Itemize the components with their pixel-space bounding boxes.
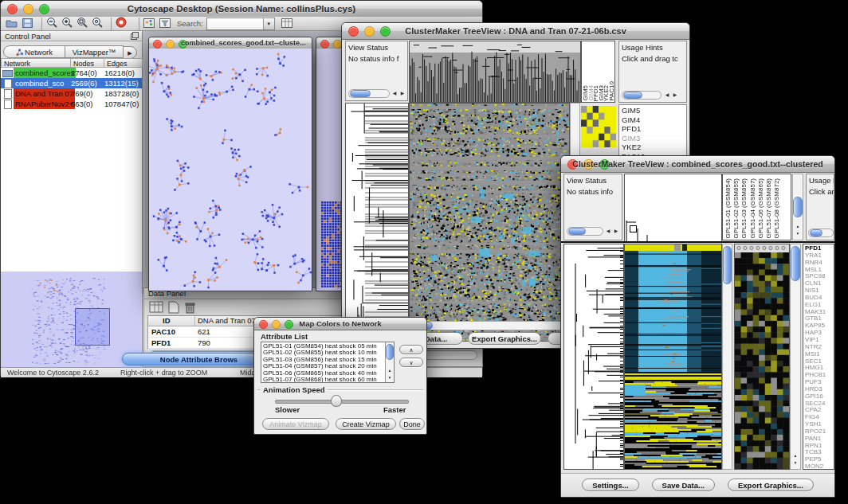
tv2-button[interactable]: Export Graphics... (728, 479, 814, 491)
network-list-row[interactable]: RNAPuberNov2+563(0)107847(0) (1, 99, 142, 109)
scroll-up-icon[interactable]: ▲ (791, 453, 799, 459)
help-lifesaver-icon[interactable] (116, 17, 127, 31)
attribute-select-icon[interactable] (149, 301, 163, 317)
tv2-button[interactable]: Save Data... (652, 479, 715, 491)
tv1-usage-hscrollbar[interactable] (622, 91, 662, 100)
desktop: Cytoscape Desktop (Session Name: collins… (0, 0, 848, 504)
animation-speed-label: Animation Speed (261, 385, 328, 394)
tv2-zoom-heatmap[interactable] (734, 244, 790, 470)
dialog-title: Map Colors to Network (254, 318, 426, 330)
gene-label[interactable]: MON2 (803, 463, 834, 470)
close-button[interactable] (153, 40, 162, 49)
dialog-titlebar[interactable]: Map Colors to Network (254, 318, 426, 330)
filter-icon[interactable] (159, 17, 171, 31)
main-titlebar[interactable]: Cytoscape Desktop (Session Name: collins… (1, 1, 482, 18)
attribute-list-scrollbar[interactable]: ▲ ▼ (385, 342, 394, 382)
faster-label: Faster (383, 405, 406, 414)
scroll-up-icon[interactable]: ▲ (386, 368, 394, 373)
float-panel-icon[interactable] (131, 32, 139, 42)
tv2-zoom-vscrollbar[interactable]: ▲ ▼ (790, 244, 801, 470)
scroll-right-icon[interactable]: ▶ (612, 229, 620, 234)
move-up-button[interactable]: ∧ (399, 345, 423, 354)
tab-overflow-icon[interactable]: ▶ (123, 46, 137, 59)
treeview1-titlebar[interactable]: ClusterMaker TreeView : DNA and Tran 07-… (342, 23, 689, 40)
file-icon (4, 89, 12, 99)
file-icon (4, 79, 12, 88)
open-session-icon[interactable] (6, 17, 18, 31)
col-network[interactable]: Network (1, 58, 71, 68)
tv2-collabel-vscrollbar[interactable]: ▲ ▼ (792, 174, 803, 240)
tv1-view-status-panel: View Status No status info f ◀ ▶ (345, 41, 408, 101)
network-nodes: 769(0) (71, 88, 92, 99)
scroll-right-icon[interactable]: ▶ (398, 91, 406, 96)
tv2-row-dendrogram[interactable] (563, 244, 624, 470)
tv2-status-hscrollbar[interactable] (567, 227, 603, 236)
gene-label[interactable]: PFD1 (619, 124, 686, 134)
minimize-button[interactable] (166, 40, 175, 49)
scroll-left-icon[interactable]: ◀ (663, 92, 671, 98)
slower-label: Slower (275, 405, 300, 414)
network-window-1-titlebar[interactable]: combined_scores_good.txt--cluste... (149, 37, 312, 49)
attribute-list[interactable]: GPL51-01 (GSM854) heat shock 05 minGPL51… (261, 342, 395, 383)
tv1-status-hscrollbar[interactable] (348, 89, 390, 98)
network-list-row[interactable]: combined_scores2764(0)16218(0) (1, 68, 142, 78)
tv1-button[interactable]: Export Graphics... (468, 332, 541, 345)
network-list-row[interactable]: DNA and Tran 07769(0)183728(0) (1, 88, 142, 99)
scroll-down-icon[interactable]: ▼ (791, 460, 799, 466)
control-panel-tabs: NetworkVizMapper™▶ (3, 44, 140, 57)
gene-label[interactable]: YKE2 (619, 143, 686, 152)
network-view-canvas-1[interactable] (149, 49, 312, 291)
search-input[interactable]: ▼ (206, 18, 275, 30)
zoom-fit-icon[interactable] (92, 17, 103, 31)
tv2-column-label: GPL51-04 (GSM857) (750, 178, 756, 239)
gene-label[interactable]: GIM5 (619, 106, 686, 115)
zoom-selected-icon[interactable] (77, 17, 88, 31)
scroll-left-icon[interactable]: ◀ (391, 91, 398, 96)
new-attribute-icon[interactable] (168, 301, 179, 317)
tv2-column-dendrogram[interactable] (624, 174, 722, 242)
speed-slider-track[interactable] (275, 400, 409, 404)
tv1-heatmap[interactable] (409, 103, 570, 342)
scroll-down-icon[interactable]: ▼ (386, 375, 394, 381)
speed-slider-thumb[interactable] (331, 395, 342, 407)
zoom-out-icon[interactable] (46, 17, 57, 31)
tv2-usage-hscrollbar[interactable] (808, 229, 834, 237)
network-list-row[interactable]: combined_sco2569(6)13112(15) (1, 78, 142, 88)
save-session-icon[interactable] (22, 17, 33, 31)
tv2-column-label: GPL51-06 (GSM865) (758, 178, 764, 239)
tv2-heatmap-vscrollbar[interactable] (722, 244, 732, 470)
zoom-in-icon[interactable] (61, 17, 73, 31)
search-dropdown-icon[interactable]: ▼ (263, 18, 274, 29)
move-down-button[interactable]: ∨ (399, 357, 423, 367)
dp-col-id[interactable]: ID (163, 316, 171, 326)
tab-network[interactable]: Network (3, 45, 65, 58)
col-edges[interactable]: Edges (104, 58, 143, 68)
close-button[interactable] (320, 40, 329, 49)
attribute-list-item[interactable]: GPL51-07 (GSM868) heat shock 60 min (261, 377, 394, 383)
scroll-right-icon[interactable]: ▶ (671, 92, 679, 98)
create-vizmap-button[interactable]: Create Vizmap (336, 418, 396, 430)
tv1-row-dendrogram[interactable] (345, 103, 409, 342)
done-button[interactable]: Done (399, 418, 425, 430)
toolbar-separator (41, 18, 42, 30)
gene-label[interactable]: GIM3 (619, 134, 686, 143)
attribute-table-icon[interactable] (281, 17, 292, 31)
col-nodes[interactable]: Nodes (70, 58, 104, 68)
tab-vizmapper[interactable]: VizMapper™ (65, 45, 124, 58)
animate-vizmap-button[interactable]: Animate Vizmap (262, 418, 329, 430)
birdseye-view[interactable] (1, 272, 142, 373)
scroll-down-icon[interactable]: ▼ (794, 231, 802, 236)
scroll-left-icon[interactable]: ◀ (604, 229, 612, 234)
delete-attribute-icon[interactable] (184, 301, 195, 317)
gene-label[interactable]: GIM4 (619, 115, 686, 125)
treeview2-titlebar[interactable]: ClusterMaker TreeView : combined_scores_… (561, 156, 834, 173)
tv2-button[interactable]: Settings... (582, 479, 638, 491)
tv1-usage-hints-panel: Usage Hints Click and drag tc ◀ ▶ (618, 41, 687, 103)
scroll-up-icon[interactable]: ▲ (794, 224, 802, 229)
tv1-column-dendrogram[interactable] (409, 41, 581, 103)
tv2-gene-list[interactable]: PFD1YRA1RNR4MSL1SPC98CLN1NIS1BUD4ELG1MAK… (803, 244, 834, 470)
tv2-heatmap[interactable] (624, 244, 722, 470)
snapshot-icon[interactable] (143, 17, 155, 31)
tv2-view-status-panel: View Status No status info ◀ ▶ (563, 174, 622, 240)
tv1-correlation-minimap[interactable] (581, 106, 616, 147)
